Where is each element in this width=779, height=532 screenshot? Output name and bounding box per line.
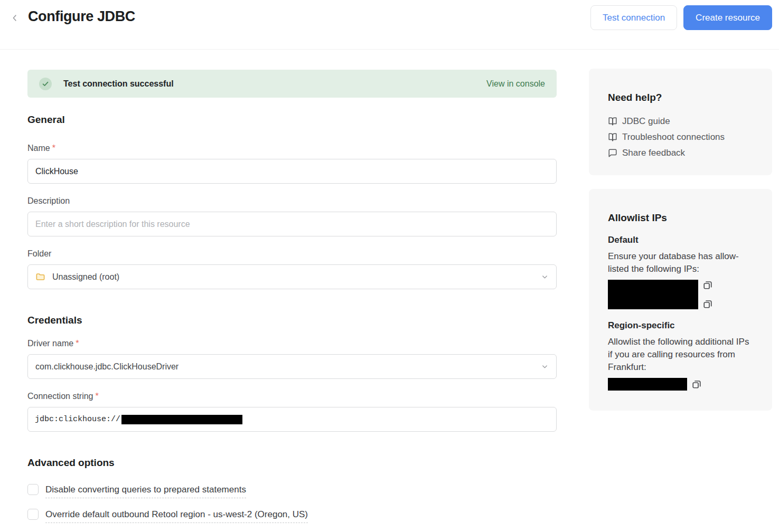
folder-select[interactable]: Unassigned (root) (27, 264, 557, 289)
name-input[interactable] (27, 159, 557, 184)
book-icon (608, 117, 617, 126)
general-heading: General (27, 114, 557, 126)
chevron-down-icon (541, 273, 549, 281)
redacted-default-ips (608, 280, 698, 309)
page-header: Configure JDBC Test connection Create re… (0, 0, 779, 50)
allowlist-region-subheading: Region-specific (608, 320, 753, 331)
required-asterisk: * (76, 339, 79, 348)
allowlist-ips-heading: Allowlist IPs (608, 212, 753, 224)
book-icon (608, 132, 617, 142)
override-region-label: Override default outbound Retool region … (45, 509, 308, 523)
test-connection-button[interactable]: Test connection (590, 5, 677, 30)
redacted-connection-string (121, 415, 242, 424)
region-ip-block (608, 378, 753, 391)
allowlist-default-subheading: Default (608, 235, 753, 245)
credentials-heading: Credentials (27, 315, 557, 326)
chat-icon (608, 148, 617, 158)
description-input[interactable] (27, 212, 557, 236)
advanced-options-heading: Advanced options (27, 457, 557, 469)
jdbc-guide-label: JDBC guide (622, 116, 670, 127)
connection-string-label: Connection string* (27, 392, 557, 401)
troubleshoot-connections-label: Troubleshoot connections (622, 132, 725, 142)
option-row: Override default outbound Retool region … (27, 509, 557, 523)
share-feedback-label: Share feedback (622, 148, 685, 158)
success-banner: Test connection successful View in conso… (27, 70, 557, 98)
description-label: Description (27, 196, 557, 206)
redacted-region-ip (608, 378, 687, 391)
copy-buttons (703, 280, 712, 309)
override-region-checkbox[interactable] (27, 509, 39, 520)
sidebar: Need help? JDBC guide Troubleshoot conne… (589, 69, 772, 411)
jdbc-guide-link[interactable]: JDBC guide (608, 113, 753, 129)
header-actions: Test connection Create resource (590, 5, 772, 30)
allowlist-region-body: Allowlist the following additional IPs i… (608, 336, 753, 374)
connection-string-input[interactable]: jdbc:clickhouse:// (27, 407, 557, 432)
chevron-left-icon (10, 13, 20, 23)
driver-name-select[interactable]: com.clickhouse.jdbc.ClickHouseDriver (27, 354, 557, 379)
name-label: Name* (27, 144, 557, 153)
option-row: Disable converting queries to prepared s… (27, 484, 557, 498)
view-in-console-link[interactable]: View in console (486, 79, 545, 89)
folder-icon (35, 272, 45, 282)
need-help-card: Need help? JDBC guide Troubleshoot conne… (589, 69, 772, 175)
driver-name-label: Driver name* (27, 339, 557, 348)
copy-icon[interactable] (703, 280, 712, 290)
banner-message: Test connection successful (63, 79, 174, 89)
folder-select-value: Unassigned (root) (52, 272, 119, 282)
troubleshoot-connections-link[interactable]: Troubleshoot connections (608, 129, 753, 145)
need-help-heading: Need help? (608, 92, 753, 103)
default-ip-block (608, 280, 753, 309)
check-circle-icon (39, 78, 52, 90)
required-asterisk: * (52, 144, 55, 153)
required-asterisk: * (96, 392, 99, 401)
back-button[interactable] (8, 12, 21, 24)
allowlist-default-body: Ensure your database has allow-listed th… (608, 250, 753, 276)
connection-string-prefix: jdbc:clickhouse:// (35, 415, 120, 424)
copy-icon[interactable] (703, 299, 712, 309)
chevron-down-icon (541, 363, 549, 370)
prepared-statements-checkbox[interactable] (27, 484, 39, 495)
copy-icon[interactable] (692, 379, 701, 389)
driver-name-select-value: com.clickhouse.jdbc.ClickHouseDriver (35, 362, 179, 372)
share-feedback-link[interactable]: Share feedback (608, 145, 753, 161)
allowlist-ips-card: Allowlist IPs Default Ensure your databa… (589, 189, 772, 411)
folder-label: Folder (27, 249, 557, 259)
page-title: Configure JDBC (28, 8, 135, 25)
prepared-statements-label: Disable converting queries to prepared s… (45, 484, 246, 498)
config-form: Test connection successful View in conso… (27, 70, 557, 523)
create-resource-button[interactable]: Create resource (683, 5, 772, 30)
